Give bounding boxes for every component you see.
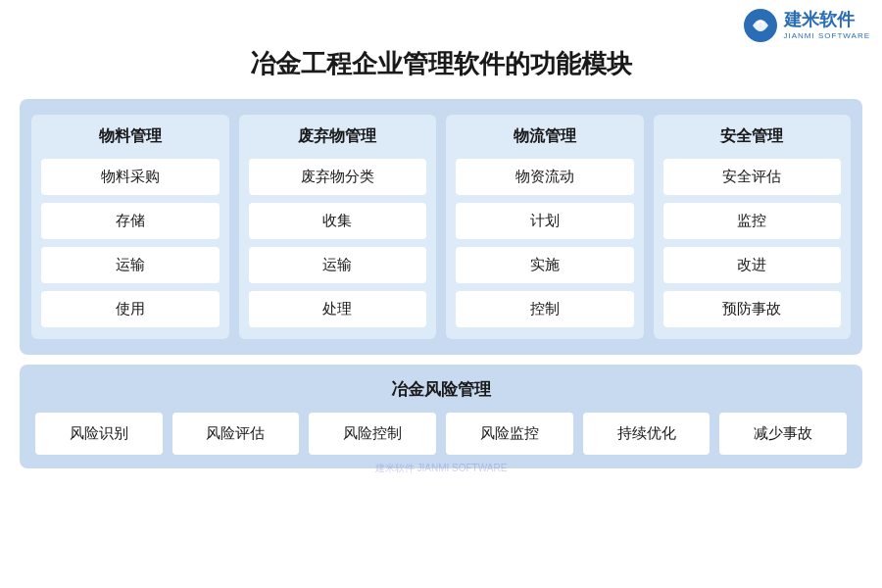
column-3: 安全管理安全评估监控改进预防事故	[654, 115, 852, 339]
bottom-section: 冶金风险管理 风险识别风险评估风险控制风险监控持续优化减少事故	[20, 365, 862, 468]
bottom-item-1: 风险评估	[172, 413, 300, 455]
item-box-0-3: 使用	[41, 291, 220, 327]
logo-cn: 建米软件	[784, 10, 870, 31]
content-area: 物料管理物料采购存储运输使用废弃物管理废弃物分类收集运输处理物流管理物资流动计划…	[0, 99, 882, 468]
logo-en: JIANMI SOFTWARE	[784, 31, 870, 41]
item-box-2-1: 计划	[456, 203, 634, 239]
item-box-3-0: 安全评估	[663, 159, 842, 195]
logo-text: 建米软件 JIANMI SOFTWARE	[784, 10, 870, 40]
item-box-0-1: 存储	[41, 203, 220, 239]
item-box-0-0: 物料采购	[41, 159, 220, 195]
item-box-1-2: 运输	[249, 247, 427, 283]
bottom-item-5: 减少事故	[719, 413, 847, 455]
item-box-3-1: 监控	[663, 203, 842, 239]
top-section: 物料管理物料采购存储运输使用废弃物管理废弃物分类收集运输处理物流管理物资流动计划…	[20, 99, 862, 355]
item-box-2-2: 实施	[456, 247, 634, 283]
item-box-1-3: 处理	[249, 291, 427, 327]
bottom-header: 冶金风险管理	[35, 378, 847, 401]
column-0: 物料管理物料采购存储运输使用	[31, 115, 229, 339]
bottom-item-0: 风险识别	[35, 413, 163, 455]
item-box-3-3: 预防事故	[663, 291, 842, 327]
item-box-2-0: 物资流动	[456, 159, 634, 195]
column-header-2: 物流管理	[514, 126, 576, 147]
column-2: 物流管理物资流动计划实施控制	[446, 115, 644, 339]
column-header-0: 物料管理	[99, 126, 162, 147]
logo-area: 建米软件 JIANMI SOFTWARE	[743, 8, 870, 43]
column-1: 废弃物管理废弃物分类收集运输处理	[239, 115, 437, 339]
bottom-item-2: 风险控制	[309, 413, 436, 455]
item-box-2-3: 控制	[456, 291, 634, 327]
column-header-1: 废弃物管理	[298, 126, 376, 147]
column-header-3: 安全管理	[720, 126, 783, 147]
item-box-3-2: 改进	[663, 247, 842, 283]
bottom-items: 风险识别风险评估风险控制风险监控持续优化减少事故	[35, 413, 847, 455]
item-box-1-1: 收集	[249, 203, 427, 239]
item-box-1-0: 废弃物分类	[249, 159, 427, 195]
bottom-item-3: 风险监控	[446, 413, 573, 455]
logo-icon	[743, 8, 778, 43]
bottom-item-4: 持续优化	[583, 413, 710, 455]
item-box-0-2: 运输	[41, 247, 220, 283]
